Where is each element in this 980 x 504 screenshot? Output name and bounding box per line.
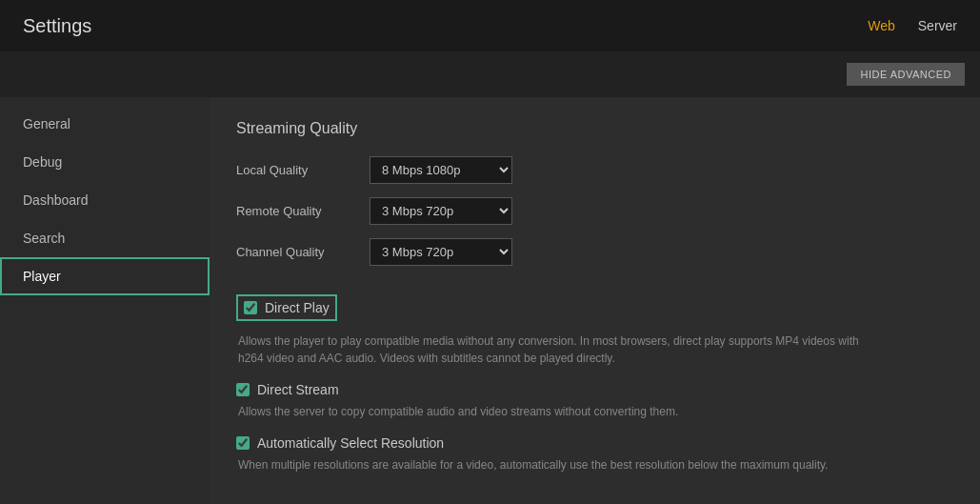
channel-quality-row: Channel Quality Maximum 8 Mbps 1080p 4 M…	[236, 238, 953, 266]
sidebar-item-dashboard[interactable]: Dashboard	[0, 181, 210, 219]
search-bar-area: HIDE ADVANCED	[0, 51, 980, 97]
page-title: Settings	[23, 15, 91, 37]
auto-resolution-description: When multiple resolutions are available …	[238, 456, 886, 474]
sidebar-item-player[interactable]: Player	[0, 257, 210, 295]
direct-stream-checkbox[interactable]	[236, 383, 250, 396]
auto-resolution-checkbox[interactable]	[236, 436, 250, 450]
header: Settings Web Server	[0, 0, 980, 51]
auto-resolution-label: Automatically Select Resolution	[257, 435, 444, 451]
channel-quality-select[interactable]: Maximum 8 Mbps 1080p 4 Mbps 1080p 3 Mbps…	[370, 238, 512, 266]
direct-stream-label: Direct Stream	[257, 382, 339, 397]
sidebar-item-search[interactable]: Search	[0, 219, 210, 257]
main-layout: General Debug Dashboard Search Player St…	[0, 97, 980, 504]
sidebar: General Debug Dashboard Search Player	[0, 97, 210, 504]
direct-play-row: Direct Play	[236, 294, 337, 321]
auto-resolution-row: Automatically Select Resolution	[236, 435, 953, 451]
section-title: Streaming Quality	[236, 120, 953, 137]
content-area: Streaming Quality Local Quality Maximum …	[210, 97, 980, 504]
remote-quality-label: Remote Quality	[236, 204, 370, 218]
direct-stream-description: Allows the server to copy compatible aud…	[238, 403, 886, 420]
direct-play-label: Direct Play	[265, 300, 330, 315]
nav-server[interactable]: Server	[918, 18, 957, 33]
remote-quality-select[interactable]: Maximum 8 Mbps 1080p 4 Mbps 1080p 3 Mbps…	[370, 197, 512, 225]
header-nav: Web Server	[868, 18, 957, 33]
sidebar-item-debug[interactable]: Debug	[0, 143, 210, 181]
channel-quality-label: Channel Quality	[236, 245, 370, 259]
local-quality-label: Local Quality	[236, 163, 370, 177]
local-quality-select[interactable]: Maximum 8 Mbps 1080p 4 Mbps 1080p 3 Mbps…	[370, 156, 512, 184]
nav-web[interactable]: Web	[868, 18, 895, 33]
remote-quality-row: Remote Quality Maximum 8 Mbps 1080p 4 Mb…	[236, 197, 953, 225]
direct-play-description: Allows the player to play compatible med…	[238, 333, 886, 367]
direct-play-checkbox[interactable]	[244, 301, 257, 314]
local-quality-row: Local Quality Maximum 8 Mbps 1080p 4 Mbp…	[236, 156, 953, 184]
hide-advanced-button[interactable]: HIDE ADVANCED	[847, 63, 965, 86]
direct-stream-row: Direct Stream	[236, 382, 953, 397]
sidebar-item-general[interactable]: General	[0, 105, 210, 143]
